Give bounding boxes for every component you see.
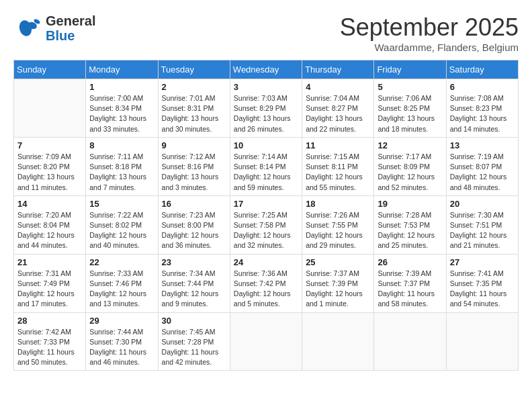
day-info: Sunrise: 7:45 AMSunset: 7:28 PMDaylight:… (162, 327, 226, 368)
location: Waardamme, Flanders, Belgium (340, 42, 519, 53)
day-info: Sunrise: 7:39 AMSunset: 7:37 PMDaylight:… (378, 269, 442, 310)
calendar-cell: 18Sunrise: 7:26 AMSunset: 7:55 PMDayligh… (302, 195, 374, 254)
day-number: 15 (89, 199, 154, 209)
day-info: Sunrise: 7:14 AMSunset: 8:14 PMDaylight:… (234, 152, 298, 193)
day-number: 22 (89, 257, 154, 267)
day-info: Sunrise: 7:36 AMSunset: 7:42 PMDaylight:… (234, 269, 298, 310)
calendar-cell: 12Sunrise: 7:17 AMSunset: 8:09 PMDayligh… (374, 137, 446, 195)
calendar-cell: 14Sunrise: 7:20 AMSunset: 8:04 PMDayligh… (14, 195, 86, 254)
day-info: Sunrise: 7:28 AMSunset: 7:53 PMDaylight:… (378, 210, 442, 251)
calendar-cell: 17Sunrise: 7:25 AMSunset: 7:58 PMDayligh… (230, 195, 302, 254)
day-number: 28 (17, 316, 82, 326)
title-section: September 2025 Waardamme, Flanders, Belg… (340, 13, 519, 53)
calendar-cell: 29Sunrise: 7:44 AMSunset: 7:30 PMDayligh… (86, 312, 158, 371)
day-number: 23 (162, 257, 226, 267)
day-number: 18 (306, 199, 370, 209)
calendar-cell (446, 312, 518, 371)
calendar-cell: 28Sunrise: 7:42 AMSunset: 7:33 PMDayligh… (14, 312, 86, 371)
calendar-cell: 9Sunrise: 7:12 AMSunset: 8:16 PMDaylight… (158, 137, 230, 195)
calendar-cell: 27Sunrise: 7:41 AMSunset: 7:35 PMDayligh… (446, 254, 518, 312)
day-info: Sunrise: 7:11 AMSunset: 8:18 PMDaylight:… (89, 152, 154, 193)
calendar-cell: 16Sunrise: 7:23 AMSunset: 8:00 PMDayligh… (158, 195, 230, 254)
day-info: Sunrise: 7:30 AMSunset: 7:51 PMDaylight:… (450, 210, 515, 251)
day-info: Sunrise: 7:42 AMSunset: 7:33 PMDaylight:… (17, 327, 82, 368)
calendar-week-row: 7Sunrise: 7:09 AMSunset: 8:20 PMDaylight… (14, 137, 519, 195)
day-info: Sunrise: 7:23 AMSunset: 8:00 PMDaylight:… (162, 210, 226, 251)
day-number: 10 (234, 140, 298, 150)
column-header-sunday: Sunday (14, 60, 86, 79)
calendar-cell: 8Sunrise: 7:11 AMSunset: 8:18 PMDaylight… (86, 137, 158, 195)
day-number: 30 (162, 316, 226, 326)
day-info: Sunrise: 7:34 AMSunset: 7:44 PMDaylight:… (162, 269, 226, 310)
day-info: Sunrise: 7:31 AMSunset: 7:49 PMDaylight:… (17, 269, 82, 310)
calendar-cell: 10Sunrise: 7:14 AMSunset: 8:14 PMDayligh… (230, 137, 302, 195)
day-number: 19 (378, 199, 442, 209)
day-number: 21 (17, 257, 82, 267)
day-info: Sunrise: 7:03 AMSunset: 8:29 PMDaylight:… (234, 93, 298, 134)
day-number: 11 (306, 140, 370, 150)
calendar-cell: 26Sunrise: 7:39 AMSunset: 7:37 PMDayligh… (374, 254, 446, 312)
month-title: September 2025 (340, 13, 519, 42)
day-info: Sunrise: 7:08 AMSunset: 8:23 PMDaylight:… (450, 93, 515, 134)
day-number: 29 (89, 316, 154, 326)
calendar-cell (230, 312, 302, 371)
day-number: 8 (89, 140, 154, 150)
calendar-cell: 19Sunrise: 7:28 AMSunset: 7:53 PMDayligh… (374, 195, 446, 254)
calendar-cell: 4Sunrise: 7:04 AMSunset: 8:27 PMDaylight… (302, 79, 374, 138)
day-info: Sunrise: 7:33 AMSunset: 7:46 PMDaylight:… (89, 269, 154, 310)
column-header-wednesday: Wednesday (230, 60, 302, 79)
calendar-cell: 25Sunrise: 7:37 AMSunset: 7:39 PMDayligh… (302, 254, 374, 312)
calendar-cell (302, 312, 374, 371)
day-number: 24 (234, 257, 298, 267)
day-number: 25 (306, 257, 370, 267)
day-number: 4 (306, 82, 370, 92)
calendar-cell: 1Sunrise: 7:00 AMSunset: 8:34 PMDaylight… (86, 79, 158, 138)
day-info: Sunrise: 7:25 AMSunset: 7:58 PMDaylight:… (234, 210, 298, 251)
calendar-cell: 22Sunrise: 7:33 AMSunset: 7:46 PMDayligh… (86, 254, 158, 312)
logo-text: General Blue (46, 13, 95, 43)
day-number: 9 (162, 140, 226, 150)
calendar-cell: 20Sunrise: 7:30 AMSunset: 7:51 PMDayligh… (446, 195, 518, 254)
day-info: Sunrise: 7:20 AMSunset: 8:04 PMDaylight:… (17, 210, 82, 251)
day-info: Sunrise: 7:26 AMSunset: 7:55 PMDaylight:… (306, 210, 370, 251)
calendar-table: SundayMondayTuesdayWednesdayThursdayFrid… (13, 60, 519, 371)
calendar-cell: 2Sunrise: 7:01 AMSunset: 8:31 PMDaylight… (158, 79, 230, 138)
day-info: Sunrise: 7:04 AMSunset: 8:27 PMDaylight:… (306, 93, 370, 134)
day-info: Sunrise: 7:41 AMSunset: 7:35 PMDaylight:… (450, 269, 515, 310)
day-number: 2 (162, 82, 226, 92)
calendar-cell: 3Sunrise: 7:03 AMSunset: 8:29 PMDaylight… (230, 79, 302, 138)
column-header-thursday: Thursday (302, 60, 374, 79)
logo: General Blue (13, 13, 95, 43)
day-number: 5 (378, 82, 442, 92)
day-number: 17 (234, 199, 298, 209)
calendar-header-row: SundayMondayTuesdayWednesdayThursdayFrid… (14, 60, 519, 79)
calendar-cell: 6Sunrise: 7:08 AMSunset: 8:23 PMDaylight… (446, 79, 518, 138)
day-number: 27 (450, 257, 515, 267)
calendar-cell (374, 312, 446, 371)
calendar-cell: 11Sunrise: 7:15 AMSunset: 8:11 PMDayligh… (302, 137, 374, 195)
calendar-cell: 15Sunrise: 7:22 AMSunset: 8:02 PMDayligh… (86, 195, 158, 254)
calendar-cell: 24Sunrise: 7:36 AMSunset: 7:42 PMDayligh… (230, 254, 302, 312)
day-info: Sunrise: 7:00 AMSunset: 8:34 PMDaylight:… (89, 93, 154, 134)
day-number: 26 (378, 257, 442, 267)
calendar-cell: 21Sunrise: 7:31 AMSunset: 7:49 PMDayligh… (14, 254, 86, 312)
day-info: Sunrise: 7:44 AMSunset: 7:30 PMDaylight:… (89, 327, 154, 368)
day-number: 3 (234, 82, 298, 92)
column-header-friday: Friday (374, 60, 446, 79)
day-info: Sunrise: 7:09 AMSunset: 8:20 PMDaylight:… (17, 152, 82, 193)
day-info: Sunrise: 7:17 AMSunset: 8:09 PMDaylight:… (378, 152, 442, 193)
day-info: Sunrise: 7:22 AMSunset: 8:02 PMDaylight:… (89, 210, 154, 251)
column-header-monday: Monday (86, 60, 158, 79)
day-number: 7 (17, 140, 82, 150)
day-number: 14 (17, 199, 82, 209)
day-number: 16 (162, 199, 226, 209)
calendar-cell: 7Sunrise: 7:09 AMSunset: 8:20 PMDaylight… (14, 137, 86, 195)
calendar-week-row: 21Sunrise: 7:31 AMSunset: 7:49 PMDayligh… (14, 254, 519, 312)
day-info: Sunrise: 7:15 AMSunset: 8:11 PMDaylight:… (306, 152, 370, 193)
column-header-saturday: Saturday (446, 60, 518, 79)
calendar-cell: 5Sunrise: 7:06 AMSunset: 8:25 PMDaylight… (374, 79, 446, 138)
calendar-week-row: 1Sunrise: 7:00 AMSunset: 8:34 PMDaylight… (14, 79, 519, 138)
day-number: 20 (450, 199, 515, 209)
day-info: Sunrise: 7:01 AMSunset: 8:31 PMDaylight:… (162, 93, 226, 134)
day-info: Sunrise: 7:19 AMSunset: 8:07 PMDaylight:… (450, 152, 515, 193)
